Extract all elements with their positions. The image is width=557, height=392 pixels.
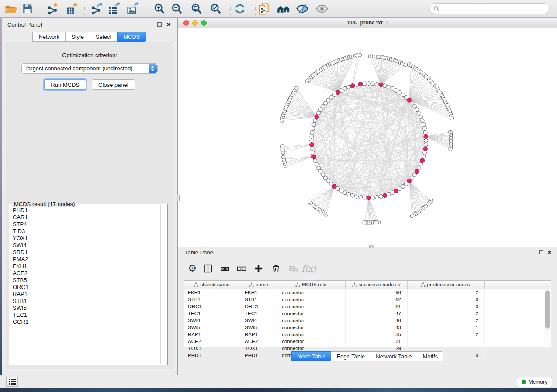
column-header[interactable]: shared name bbox=[184, 281, 241, 289]
network-window-titlebar[interactable]: YPA_prune.txt_1 bbox=[178, 18, 557, 28]
clone-network-icon[interactable] bbox=[257, 1, 272, 16]
table-tabs: Node TableEdge TableNetwork TableMotifs bbox=[178, 351, 557, 361]
table-row[interactable]: ORC1 ORC1 dominator 61 0 bbox=[184, 303, 551, 310]
memory-button[interactable]: Memory bbox=[517, 377, 552, 387]
mcds-result-node[interactable]: ORC1 bbox=[10, 284, 159, 291]
control-panel-tab[interactable]: Network bbox=[32, 32, 66, 42]
show-column-panel-icon[interactable] bbox=[201, 261, 215, 275]
mcds-result-node[interactable]: STB5 bbox=[10, 277, 159, 284]
toolbar-separator bbox=[255, 3, 256, 15]
table-row[interactable]: SWI4 SWI4 dominator 46 2 bbox=[184, 317, 551, 324]
mcds-result-node[interactable]: SRD1 bbox=[10, 249, 159, 256]
table-row[interactable]: YOX1 YOX1 connector 29 1 bbox=[184, 345, 551, 352]
table-header: shared name name MCDS role succe bbox=[184, 281, 551, 289]
table-tab[interactable]: Node Table bbox=[291, 351, 332, 361]
export-network-icon[interactable] bbox=[90, 1, 104, 16]
toolbar-separator bbox=[148, 3, 148, 15]
mcds-result-node[interactable]: STB1 bbox=[10, 298, 159, 305]
control-panel-tab[interactable]: Style bbox=[65, 32, 90, 42]
table-tab[interactable]: Motifs bbox=[417, 351, 443, 361]
function-builder-icon: f(x) bbox=[302, 261, 316, 275]
optimization-criterion-select[interactable]: largest connected component (undirected) bbox=[21, 63, 158, 74]
table-row[interactable]: STB1 STB1 dominator 62 0 bbox=[184, 296, 551, 303]
table-settings-icon[interactable]: ⚙ bbox=[185, 261, 199, 275]
table-row[interactable]: SWI5 SWI5 connector 43 1 bbox=[184, 324, 551, 331]
export-image-icon[interactable] bbox=[126, 1, 141, 16]
mcds-result-node[interactable]: RAP1 bbox=[10, 291, 159, 298]
network-canvas[interactable] bbox=[178, 28, 557, 247]
control-panel-tab[interactable]: Select bbox=[90, 32, 118, 42]
close-panel-icon[interactable] bbox=[166, 21, 171, 27]
mcds-result-node[interactable]: FKH1 bbox=[10, 263, 159, 270]
horizontal-splitter-handle[interactable] bbox=[369, 245, 374, 248]
table-panel: Table Panel ⚙ bbox=[178, 247, 557, 375]
zoom-selected-icon[interactable] bbox=[208, 1, 223, 16]
mcds-result-node[interactable]: STP4 bbox=[10, 221, 159, 228]
import-table-icon[interactable] bbox=[65, 1, 80, 16]
network-window: YPA_prune.txt_1 bbox=[178, 18, 557, 247]
mcds-result-list[interactable]: PHD1CAR1STP4TID3YOX1SWI4SRD1PMA2FKH1ACE2… bbox=[10, 207, 159, 364]
select-all-columns-icon[interactable] bbox=[218, 261, 232, 275]
mcds-result-node[interactable]: CAR1 bbox=[10, 214, 159, 221]
task-history-button[interactable] bbox=[6, 377, 18, 387]
table-scrollbar-thumb[interactable] bbox=[545, 290, 550, 329]
mcds-list-scrollbar[interactable] bbox=[160, 205, 166, 364]
import-network-icon[interactable] bbox=[46, 1, 61, 16]
table-row[interactable]: FKH1 FKH1 dominator 96 2 bbox=[184, 289, 551, 296]
network-graph[interactable] bbox=[178, 28, 557, 247]
zoom-out-icon[interactable] bbox=[170, 1, 184, 16]
attribute-type-icon bbox=[421, 282, 426, 287]
apply-layout-icon[interactable] bbox=[232, 1, 247, 16]
close-table-panel-icon[interactable] bbox=[547, 249, 552, 255]
table-panel-titlebar: Table Panel bbox=[178, 247, 557, 257]
table-scrollbar[interactable] bbox=[544, 289, 550, 346]
table-tab[interactable]: Network Table bbox=[370, 351, 417, 361]
close-panel-button[interactable]: Close panel bbox=[92, 79, 135, 90]
mcds-result-node[interactable]: SWI4 bbox=[10, 242, 159, 249]
export-table-icon[interactable] bbox=[107, 1, 122, 16]
mcds-result-node[interactable]: TEC1 bbox=[10, 312, 159, 319]
control-panel-titlebar: Control Panel bbox=[2, 18, 177, 31]
table-tab[interactable]: Edge Table bbox=[331, 351, 370, 361]
mcds-result-node[interactable]: TID3 bbox=[10, 228, 159, 235]
run-mcds-button[interactable]: Run MCDS bbox=[44, 79, 86, 90]
select-stepper-icon bbox=[149, 64, 157, 73]
desktop-wallpaper-strip bbox=[0, 388, 557, 392]
zoom-in-icon[interactable] bbox=[152, 1, 167, 16]
mcds-result-node[interactable]: YOX1 bbox=[10, 235, 159, 242]
node-table: shared name name MCDS role succe bbox=[184, 280, 551, 347]
save-session-icon[interactable] bbox=[20, 1, 35, 16]
search-box[interactable] bbox=[429, 3, 550, 14]
column-header[interactable]: name bbox=[241, 281, 278, 289]
unselect-all-columns-icon[interactable] bbox=[235, 261, 249, 275]
show-all-icon[interactable] bbox=[315, 1, 329, 16]
table-row[interactable]: ACE2 ACE2 connector 31 1 bbox=[184, 338, 551, 345]
column-header[interactable]: predecessor nodes bbox=[408, 281, 485, 289]
create-column-icon[interactable] bbox=[252, 261, 266, 275]
column-header[interactable]: successor nodes∨ bbox=[346, 281, 408, 289]
control-panel-title: Control Panel bbox=[7, 21, 42, 28]
float-panel-icon[interactable] bbox=[156, 21, 162, 27]
sort-indicator-icon[interactable]: ∨ bbox=[398, 282, 401, 287]
mcds-result-node[interactable]: ACE2 bbox=[10, 270, 159, 277]
network-window-title: YPA_prune.txt_1 bbox=[178, 20, 557, 26]
table-row[interactable]: TEC1 TEC1 connector 47 2 bbox=[184, 310, 551, 317]
optimization-criterion-label: Optimization criterion: bbox=[6, 52, 173, 58]
table-row[interactable]: RAP1 RAP1 dominator 35 2 bbox=[184, 331, 551, 338]
delete-column-icon[interactable] bbox=[269, 261, 283, 275]
zoom-fit-icon[interactable] bbox=[189, 1, 204, 16]
optimization-criterion-value: largest connected component (undirected) bbox=[26, 65, 133, 72]
mcds-result-node[interactable]: GCR1 bbox=[10, 319, 159, 326]
mcds-result-node[interactable]: PHD1 bbox=[10, 207, 159, 214]
open-file-icon[interactable] bbox=[3, 1, 18, 16]
first-neighbors-icon[interactable] bbox=[276, 1, 291, 16]
mcds-result-node[interactable]: PMA2 bbox=[10, 256, 159, 263]
search-input[interactable] bbox=[439, 4, 549, 13]
mcds-result-node[interactable]: SWI5 bbox=[10, 305, 159, 312]
vertical-splitter-handle[interactable] bbox=[176, 195, 180, 201]
hide-selected-icon[interactable] bbox=[295, 1, 310, 16]
control-panel-tab[interactable]: MCDS bbox=[117, 32, 146, 42]
column-header[interactable]: MCDS role bbox=[278, 281, 346, 289]
float-table-panel-icon[interactable] bbox=[538, 249, 544, 255]
main-toolbar bbox=[0, 0, 557, 17]
